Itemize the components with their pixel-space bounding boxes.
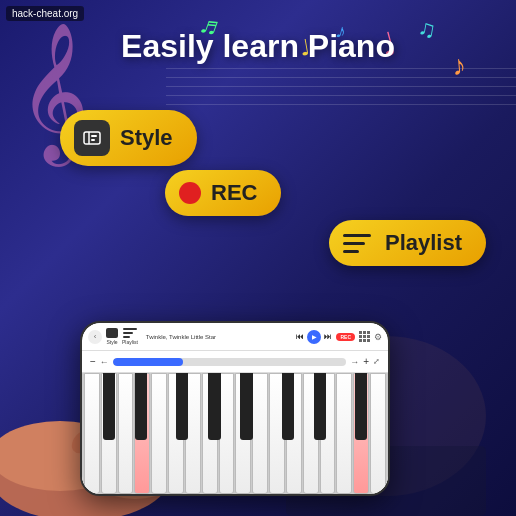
phone-rec-badge: REC: [336, 333, 355, 341]
watermark: hack-cheat.org: [6, 6, 84, 21]
playlist-button-label: Playlist: [385, 230, 462, 256]
rec-dot-icon: [179, 182, 201, 204]
svg-rect-3: [91, 139, 95, 141]
phone-playlist-label: Playlist: [122, 339, 138, 345]
white-key-15[interactable]: [320, 373, 336, 494]
style-icon: [74, 120, 110, 156]
phone-screen: ‹ Style Playlist Twinkle, Twinkle Little…: [82, 323, 388, 494]
white-key-7[interactable]: [185, 373, 201, 494]
phone-play-icon: ▶: [312, 333, 317, 340]
white-key-2[interactable]: [101, 373, 117, 494]
style-button[interactable]: Style: [60, 110, 197, 166]
phone-settings-icon[interactable]: ⚙: [374, 332, 382, 342]
svg-rect-14: [123, 328, 137, 330]
phone-playlist-btn[interactable]: Playlist: [122, 328, 138, 345]
phone-expand-icon[interactable]: ⤢: [373, 357, 380, 366]
phone-zoom-out-button[interactable]: −: [90, 356, 96, 367]
playlist-icon: [343, 230, 375, 256]
white-key-16[interactable]: [336, 373, 352, 494]
phone-arrow-right-icon[interactable]: →: [350, 357, 359, 367]
white-key-11[interactable]: [252, 373, 268, 494]
white-key-9[interactable]: [219, 373, 235, 494]
phone-mockup: ‹ Style Playlist Twinkle, Twinkle Little…: [80, 321, 390, 496]
svg-rect-2: [91, 135, 97, 137]
rec-button[interactable]: REC: [165, 170, 281, 216]
white-key-1[interactable]: [84, 373, 100, 494]
phone-song-name: Twinkle, Twinkle Little Star: [142, 334, 293, 340]
white-key-13[interactable]: [286, 373, 302, 494]
phone-style-icon: [106, 328, 118, 338]
phone-piano-area: − ← → + ⤢: [82, 351, 388, 494]
staff-lines: [166, 60, 516, 120]
phone-arrow-left-icon[interactable]: ←: [100, 357, 109, 367]
phone-style-btn[interactable]: Style: [106, 328, 118, 345]
phone-prev-icon[interactable]: ⏮: [296, 332, 304, 341]
phone-progress-fill: [113, 358, 183, 366]
phone-grid-icon: [359, 331, 370, 342]
white-key-14[interactable]: [303, 373, 319, 494]
phone-play-button[interactable]: ▶: [307, 330, 321, 344]
back-arrow-icon: ‹: [94, 332, 97, 341]
white-key-5[interactable]: [151, 373, 167, 494]
page-title: Easily learn Piano: [0, 28, 516, 65]
phone-style-label: Style: [106, 339, 117, 345]
style-button-label: Style: [120, 125, 173, 151]
phone-keys-container: [82, 373, 388, 494]
background: hack-cheat.org 𝄞 ♩ ♫ ♪ ♬ ♩ ♪ Easily lear…: [0, 0, 516, 516]
phone-zoom-in-button[interactable]: +: [363, 356, 369, 367]
phone-back-button[interactable]: ‹: [88, 330, 102, 344]
white-key-18[interactable]: [370, 373, 386, 494]
white-key-10[interactable]: [235, 373, 251, 494]
white-key-8[interactable]: [202, 373, 218, 494]
white-key-6[interactable]: [168, 373, 184, 494]
phone-play-controls: ⏮ ▶ ⏭: [296, 330, 332, 344]
white-key-17[interactable]: [353, 373, 369, 494]
svg-rect-15: [123, 332, 133, 334]
phone-toolbar: ‹ Style Playlist Twinkle, Twinkle Little…: [82, 323, 388, 351]
rec-button-label: REC: [211, 180, 257, 206]
phone-progress-track[interactable]: [113, 358, 346, 366]
white-key-4[interactable]: [134, 373, 150, 494]
phone-next-icon[interactable]: ⏭: [324, 332, 332, 341]
svg-rect-0: [84, 132, 100, 144]
playlist-button[interactable]: Playlist: [329, 220, 486, 266]
piano-white-keys: [82, 373, 388, 494]
phone-progress-area: − ← → + ⤢: [82, 351, 388, 373]
white-key-3[interactable]: [118, 373, 134, 494]
piano-keys-wrapper: [82, 373, 388, 494]
white-key-12[interactable]: [269, 373, 285, 494]
svg-rect-16: [123, 336, 130, 338]
